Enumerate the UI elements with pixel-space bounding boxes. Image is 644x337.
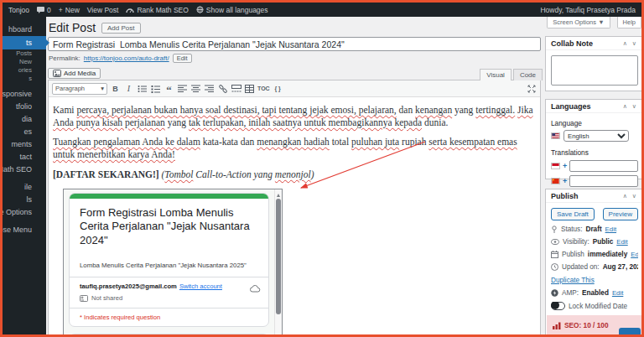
preview-button[interactable]: Preview bbox=[603, 208, 638, 220]
sidebar-item-portfolio[interactable]: tfolio bbox=[3, 101, 46, 113]
language-select[interactable]: English bbox=[564, 130, 629, 142]
fullscreen-button[interactable] bbox=[526, 84, 537, 94]
rank-math-menu[interactable]: Rank Math SEO bbox=[126, 6, 188, 14]
sidebar-item-dashboard[interactable]: hboard bbox=[3, 23, 46, 36]
edit-amp-link[interactable]: Edit bbox=[612, 289, 623, 297]
panel-toggle-icons[interactable]: ∧ ∨ bbox=[623, 40, 638, 47]
align-left-button[interactable] bbox=[177, 84, 188, 94]
sidebar-item-theme-options[interactable]: me Options bbox=[3, 206, 46, 219]
editor-tabs: Visual Code bbox=[480, 69, 543, 80]
plus-icon: + bbox=[59, 6, 63, 14]
view-post-label: View Post bbox=[87, 6, 119, 14]
form-header-card: Form Registrasi Lomba Menulis Cerita Per… bbox=[69, 193, 269, 328]
align-center-button[interactable] bbox=[190, 84, 201, 94]
amp-label: AMP: bbox=[562, 289, 579, 297]
admin-menu: hboardtsPostsNeworiesss Responsivetfolio… bbox=[3, 17, 46, 334]
calendar-icon bbox=[551, 251, 558, 258]
chevron-down-icon: ▼ bbox=[598, 18, 604, 26]
form-scrollbar[interactable] bbox=[274, 189, 282, 337]
scrollbar-thumb[interactable] bbox=[276, 199, 281, 314]
save-draft-button[interactable]: Save Draft bbox=[551, 208, 595, 220]
new-menu[interactable]: + New bbox=[59, 6, 80, 14]
translation-input[interactable] bbox=[569, 175, 638, 187]
languages-title: Languages bbox=[551, 102, 591, 111]
admin-bar: Tonjoo 0 + New View Post Rank Math SEO S… bbox=[3, 3, 641, 17]
publish-panel: Publish ∧ ∨ Save Draft Preview Status: D… bbox=[545, 189, 644, 337]
publish-title: Publish bbox=[551, 192, 579, 200]
sidebar-item-tags[interactable]: s bbox=[3, 75, 46, 83]
sidebar-item-collapse-menu[interactable]: apse Menu bbox=[3, 224, 46, 236]
table-button[interactable] bbox=[244, 84, 255, 94]
numbered-list-button[interactable] bbox=[150, 84, 161, 94]
add-translation-button[interactable]: + bbox=[563, 162, 567, 170]
collab-note-textarea[interactable] bbox=[551, 55, 638, 86]
translations-label: Translations bbox=[551, 148, 638, 157]
switch-account-link[interactable]: Switch account bbox=[179, 283, 222, 290]
quote-icon: “ bbox=[166, 87, 172, 94]
view-post-menu[interactable]: View Post bbox=[87, 6, 119, 14]
edit-visibility-link[interactable]: Edit bbox=[616, 238, 627, 246]
indonesia-flag-icon bbox=[551, 163, 560, 169]
add-media-button[interactable]: Add Media bbox=[48, 68, 101, 79]
edit-status-link[interactable]: Edit bbox=[605, 226, 616, 233]
eye-icon bbox=[551, 239, 559, 245]
sidebar-item-responsive[interactable]: s Responsive bbox=[3, 88, 46, 101]
lock-modified-date-toggle[interactable] bbox=[551, 302, 565, 310]
publish-button[interactable] bbox=[619, 328, 641, 337]
panel-toggle-icons[interactable]: ∧ ∨ bbox=[623, 193, 638, 200]
sidebar-item-add-new[interactable]: New bbox=[3, 58, 46, 66]
toc-button[interactable]: TOC bbox=[257, 84, 270, 94]
not-shared-icon bbox=[80, 295, 88, 302]
permalink-row: Permalink: https://tonjoo.com/auto-draft… bbox=[49, 54, 543, 62]
sidebar-item-tools[interactable]: ls bbox=[3, 194, 46, 206]
scrollbar-up-arrow[interactable] bbox=[275, 189, 282, 198]
chevron-down-icon: ▾ bbox=[101, 85, 104, 92]
sidebar-item-categories[interactable]: ories bbox=[3, 66, 46, 75]
howdy-label: Howdy, Taufiq Prasetya Prada bbox=[540, 6, 636, 14]
collab-note-title: Collab Note bbox=[551, 39, 593, 48]
sidebar-item-contact[interactable]: tact bbox=[3, 151, 46, 163]
align-right-button[interactable] bbox=[204, 84, 215, 94]
insert-link-button[interactable] bbox=[217, 84, 228, 94]
edit-schedule-link[interactable]: Edit bbox=[631, 251, 638, 258]
italic-button[interactable]: I bbox=[123, 84, 134, 94]
comments-menu[interactable]: 0 bbox=[37, 6, 51, 14]
editor-content[interactable]: Kami percaya, perjalanan bukan hanya soa… bbox=[49, 97, 540, 337]
sidebar-item-posts[interactable]: ts bbox=[3, 36, 46, 49]
collab-note-panel: Collab Note ∧ ∨ bbox=[545, 36, 644, 91]
howdy-account-menu[interactable]: Howdy, Taufiq Prasetya Prada bbox=[540, 6, 636, 14]
clock-icon bbox=[551, 263, 558, 271]
google-form-embed[interactable]: Form Registrasi Lomba Menulis Cerita Per… bbox=[63, 189, 283, 337]
sidebar-item-pages[interactable]: es bbox=[3, 126, 46, 138]
bold-button[interactable]: B bbox=[110, 84, 121, 94]
bulleted-list-button[interactable] bbox=[137, 84, 148, 94]
blockquote-button[interactable]: “ bbox=[164, 86, 174, 96]
sidebar-item-comments[interactable]: ments bbox=[3, 138, 46, 151]
format-dropdown[interactable]: Paragraph ▾ bbox=[52, 83, 107, 95]
add-post-button[interactable]: Add Post bbox=[101, 23, 140, 34]
code-button[interactable]: { } bbox=[273, 84, 283, 94]
required-note: * Indicates required question bbox=[80, 314, 258, 322]
translation-input[interactable] bbox=[569, 160, 638, 172]
wordpress-edit-post-screen: Tonjoo 0 + New View Post Rank Math SEO S… bbox=[0, 0, 644, 337]
panel-toggle-icons[interactable]: ∧ ∨ bbox=[623, 103, 638, 110]
sidebar-item-media[interactable]: dia bbox=[3, 113, 46, 126]
site-name-menu[interactable]: Tonjoo bbox=[8, 6, 29, 14]
sidebar-item-rank-math-seo[interactable]: k Math SEO bbox=[3, 163, 46, 176]
tab-code[interactable]: Code bbox=[513, 69, 543, 80]
read-more-tag-button[interactable] bbox=[231, 84, 242, 94]
tab-visual[interactable]: Visual bbox=[480, 69, 512, 80]
post-title-input[interactable] bbox=[48, 37, 541, 51]
add-translation-button[interactable]: + bbox=[563, 177, 567, 185]
sidebar-item-all-posts[interactable]: Posts bbox=[3, 49, 46, 58]
permalink-edit-button[interactable]: Edit bbox=[173, 54, 192, 63]
form-title: Form Registrasi Lomba Menulis Cerita Per… bbox=[70, 199, 268, 251]
screen-options-button[interactable]: Screen Options ▼ bbox=[547, 17, 610, 29]
help-button[interactable]: Help bbox=[617, 17, 641, 29]
languages-menu[interactable]: Show all languages bbox=[196, 6, 268, 14]
duplicate-this-link[interactable]: Duplicate This bbox=[551, 277, 595, 284]
permalink-link[interactable]: https://tonjoo.com/auto-draft/ bbox=[84, 54, 169, 62]
seo-chart-icon bbox=[553, 322, 561, 329]
sidebar-item-profile[interactable]: ile bbox=[3, 181, 46, 194]
globe-icon bbox=[196, 6, 204, 13]
